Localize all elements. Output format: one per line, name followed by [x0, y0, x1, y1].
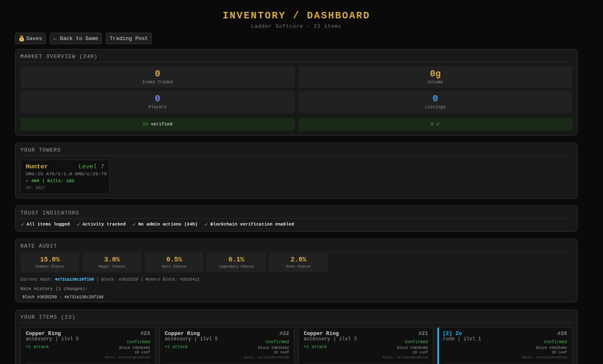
svg-text:$: $ [21, 37, 23, 41]
